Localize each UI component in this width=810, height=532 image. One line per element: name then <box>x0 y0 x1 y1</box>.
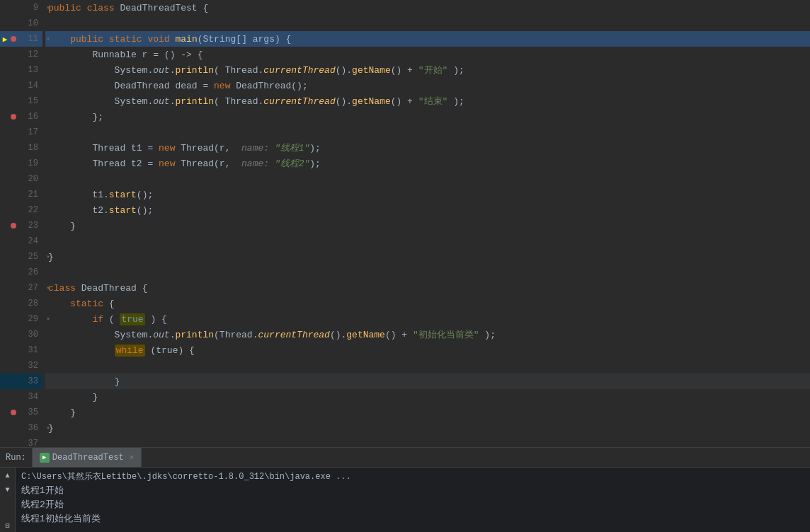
code-content: public class DeadThreadTest { public sta… <box>42 0 810 447</box>
gutter-row-29: 29▾ <box>0 311 42 327</box>
code-line-28: static { <box>45 296 810 311</box>
line-number-32: 32 <box>17 361 44 371</box>
console-path: C:\Users\其然乐衣Letitbe\.jdks\corretto-1.8.… <box>21 470 804 482</box>
fold-icon-33 <box>44 374 52 389</box>
gutter-row-32: 32 <box>0 358 42 374</box>
gutter-row-33: 33 <box>0 374 42 389</box>
gutter-row-37: 37 <box>0 436 42 447</box>
code-line-17 <box>45 125 810 140</box>
console-line-2: 线程1初始化当前类 <box>21 512 804 525</box>
breakpoint-16[interactable] <box>10 114 17 120</box>
line-number-31: 31 <box>17 345 44 355</box>
line-number-10: 10 <box>17 18 44 28</box>
code-line-27: class DeadThread { <box>45 280 810 296</box>
code-line-37 <box>45 436 810 447</box>
gutter-row-21: 21 <box>0 187 42 202</box>
gutter-row-18: 18 <box>0 140 42 156</box>
code-line-23: } <box>45 218 810 233</box>
console-line-1: 线程2开始 <box>21 498 804 511</box>
code-line-24 <box>45 233 810 249</box>
fold-icon-29[interactable]: ▾ <box>44 311 52 327</box>
close-tab-button[interactable]: × <box>130 453 135 462</box>
gutter-row-23: 23 <box>0 218 42 233</box>
line-number-33: 33 <box>17 376 44 386</box>
line-number-13: 13 <box>17 65 44 75</box>
gutter-row-9: 9▾ <box>0 0 42 16</box>
code-line-21: t1.start(); <box>45 187 810 202</box>
code-line-19: Thread t2 = new Thread(r, name: "线程2"); <box>45 156 810 171</box>
editor-area: 9▾10▶11▾1213141516171819202122232425▾262… <box>0 0 810 447</box>
line-number-18: 18 <box>17 143 44 153</box>
gutter-row-20: 20 <box>0 171 42 187</box>
code-line-36: } <box>45 420 810 436</box>
code-line-9: public class DeadThreadTest { <box>45 0 810 16</box>
code-line-25: } <box>45 249 810 265</box>
run-tab-icon: ▶ <box>40 453 50 463</box>
sidebar-icon-3[interactable]: ⊟ <box>1 519 14 532</box>
run-tab[interactable]: ▶ DeadThreadTest × <box>33 448 142 467</box>
breakpoint-11[interactable] <box>10 36 17 42</box>
line-number-24: 24 <box>17 236 44 246</box>
code-line-15: System.out.println( Thread.currentThread… <box>45 93 810 109</box>
fold-icon-16 <box>44 109 52 125</box>
code-line-16: }; <box>45 109 810 125</box>
line-number-16: 16 <box>17 112 44 122</box>
line-number-22: 22 <box>17 205 44 215</box>
code-line-26 <box>45 265 810 280</box>
code-line-29: if ( true ) { <box>45 311 810 327</box>
breakpoint-23[interactable] <box>10 223 17 229</box>
console-line-0: 线程1开始 <box>21 484 804 497</box>
line-gutter: 9▾10▶11▾1213141516171819202122232425▾262… <box>0 0 42 447</box>
gutter-row-15: 15 <box>0 93 42 109</box>
console-output: C:\Users\其然乐衣Letitbe\.jdks\corretto-1.8.… <box>16 468 810 532</box>
code-line-31: while (true) { <box>45 342 810 358</box>
code-line-32 <box>45 358 810 374</box>
line-number-36: 36 <box>17 423 44 433</box>
line-number-30: 30 <box>17 330 44 340</box>
fold-icon-26 <box>44 265 52 280</box>
fold-icon-18 <box>44 140 52 156</box>
scroll-up-button[interactable]: ▲ <box>1 469 14 482</box>
breakpoint-35[interactable] <box>10 410 17 415</box>
fold-icon-19 <box>44 156 52 171</box>
fold-icon-35 <box>44 405 52 420</box>
fold-icon-37 <box>44 436 52 447</box>
line-number-17: 17 <box>17 127 44 137</box>
fold-icon-9[interactable]: ▾ <box>44 0 52 16</box>
gutter-row-34: 34 <box>0 389 42 405</box>
gutter-row-27: 27▾ <box>0 280 42 296</box>
fold-icon-30 <box>44 327 52 342</box>
code-line-20 <box>45 171 810 187</box>
line-number-26: 26 <box>17 267 44 277</box>
gutter-row-14: 14 <box>0 78 42 93</box>
line-number-37: 37 <box>17 439 44 447</box>
fold-icon-22 <box>44 202 52 218</box>
fold-icon-17 <box>44 125 52 140</box>
code-line-12: Runnable r = () -> { <box>45 47 810 62</box>
line-number-21: 21 <box>17 190 44 200</box>
fold-icon-13 <box>44 62 52 78</box>
run-label: Run: <box>0 448 33 467</box>
code-line-18: Thread t1 = new Thread(r, name: "线程1"); <box>45 140 810 156</box>
code-line-10 <box>45 16 810 31</box>
console-side-buttons: ▲ ▼ ⊟ <box>0 468 16 532</box>
line-number-28: 28 <box>17 299 44 308</box>
code-line-35: } <box>45 405 810 420</box>
fold-icon-32 <box>44 358 52 374</box>
code-line-11: public static void main(String[] args) { <box>45 31 810 47</box>
line-number-12: 12 <box>17 50 44 59</box>
fold-icon-14 <box>44 78 52 93</box>
fold-icon-36[interactable]: ▾ <box>44 420 52 436</box>
line-number-34: 34 <box>17 392 44 402</box>
fold-icon-11[interactable]: ▾ <box>44 31 52 47</box>
code-line-33: } <box>45 374 810 389</box>
fold-icon-25[interactable]: ▾ <box>44 249 52 265</box>
run-tabs: Run: ▶ DeadThreadTest × <box>0 448 810 468</box>
gutter-row-17: 17 <box>0 125 42 140</box>
fold-icon-27[interactable]: ▾ <box>44 280 52 296</box>
scroll-down-button[interactable]: ▼ <box>1 483 14 496</box>
fold-icon-12 <box>44 47 52 62</box>
line-number-29: 29 <box>17 314 44 324</box>
gutter-row-28: 28 <box>0 296 42 311</box>
run-tab-label: DeadThreadTest <box>52 453 124 463</box>
